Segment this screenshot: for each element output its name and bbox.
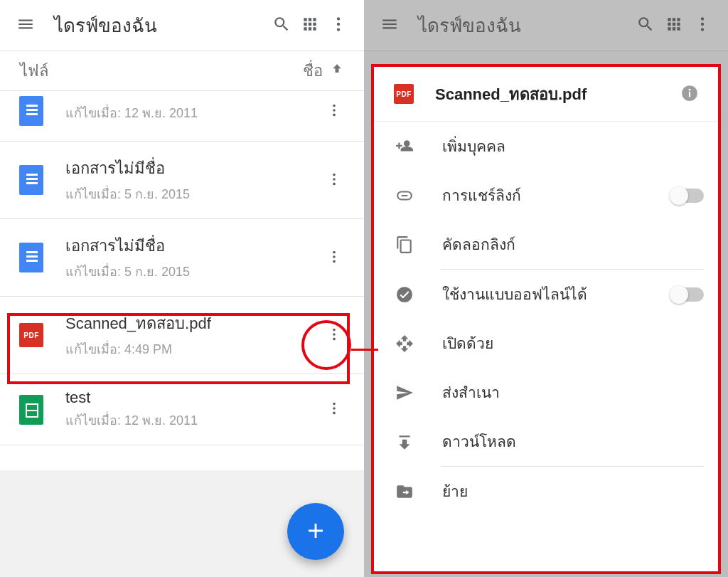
- person-add-icon: [394, 136, 415, 157]
- svg-point-20: [701, 28, 704, 31]
- info-button[interactable]: [675, 80, 704, 108]
- menu-label: ส่งสำเนา: [442, 381, 704, 404]
- pdf-icon: PDF: [394, 84, 414, 104]
- sheet-list: เพิ่มบุคคล การแชร์ลิงก์ คัดลอกลิงก์ ใช้ง…: [371, 122, 721, 516]
- svg-point-1: [337, 23, 340, 26]
- file-modified: แก้ไขเมื่อ: 4:49 PM: [65, 339, 318, 359]
- item-overflow-button[interactable]: [318, 319, 350, 351]
- link-sharing-toggle[interactable]: [671, 189, 704, 203]
- menu-move[interactable]: ย้าย: [371, 467, 721, 516]
- list-item[interactable]: test แก้ไขเมื่อ: 12 พ.ย. 2011: [0, 374, 364, 445]
- more-vert-icon: [326, 171, 342, 189]
- svg-point-8: [333, 182, 336, 185]
- sheet-title: Scanned_ทดสอบ.pdf: [435, 82, 675, 107]
- pdf-icon: PDF: [18, 322, 44, 348]
- sheet-header: PDF Scanned_ทดสอบ.pdf: [371, 64, 721, 122]
- sort-button[interactable]: ชื่อ: [303, 58, 344, 83]
- link-icon: [394, 185, 415, 206]
- more-vert-icon: [329, 15, 348, 36]
- menu-link-sharing[interactable]: การแชร์ลิงก์: [371, 171, 721, 220]
- plus-icon: [304, 519, 328, 545]
- open-with-icon: [394, 333, 415, 354]
- file-modified: แก้ไขเมื่อ: 5 ก.ย. 2015: [65, 184, 318, 204]
- list-header: ไฟล์ ชื่อ: [0, 51, 364, 91]
- svg-point-9: [333, 250, 336, 253]
- menu-button[interactable]: [375, 11, 404, 40]
- menu-download[interactable]: ดาวน์โหลด: [371, 417, 721, 466]
- file-name: เอกสารไม่มีชื่อ: [65, 156, 318, 181]
- menu-label: การแชร์ลิงก์: [442, 184, 671, 207]
- item-overflow-button[interactable]: [318, 95, 350, 127]
- more-vert-icon: [326, 401, 342, 418]
- doc-icon: [18, 98, 44, 124]
- list-item[interactable]: PDF Scanned_ทดสอบ.pdf แก้ไขเมื่อ: 4:49 P…: [0, 297, 364, 374]
- menu-open-with[interactable]: เปิดด้วย: [371, 319, 721, 368]
- grid-icon: [665, 15, 683, 36]
- svg-point-14: [333, 337, 336, 340]
- menu-copy-link[interactable]: คัดลอกลิงก์: [371, 220, 721, 269]
- page-title: ไดรฟ์ของฉัน: [54, 11, 267, 40]
- offline-pin-icon: [394, 284, 415, 305]
- menu-label: คัดลอกลิงก์: [442, 233, 704, 256]
- search-icon: [272, 15, 291, 36]
- svg-point-23: [689, 88, 691, 90]
- menu-label: เปิดด้วย: [442, 332, 704, 355]
- fab-add-button[interactable]: [287, 503, 344, 560]
- file-list: แก้ไขเมื่อ: 12 พ.ย. 2011 เอกสารไม่มีชื่อ…: [0, 91, 364, 445]
- more-vert-icon: [326, 102, 342, 120]
- svg-point-10: [333, 255, 336, 258]
- appbar-left: ไดรฟ์ของฉัน: [0, 0, 364, 51]
- item-overflow-button[interactable]: [318, 394, 350, 425]
- arrow-up-icon: [330, 62, 344, 80]
- file-modified: แก้ไขเมื่อ: 5 ก.ย. 2015: [65, 261, 318, 282]
- right-pane: ไดรฟ์ของฉัน PDF Scanned_ทดสอบ.pdf เพิ่มบ…: [364, 0, 728, 577]
- list-item[interactable]: เอกสารไม่มีชื่อ แก้ไขเมื่อ: 5 ก.ย. 2015: [0, 142, 364, 219]
- svg-point-11: [333, 260, 336, 263]
- view-toggle-button[interactable]: [660, 11, 688, 40]
- file-name: Scanned_ทดสอบ.pdf: [65, 311, 318, 336]
- more-options-button[interactable]: [688, 11, 717, 40]
- menu-label: เพิ่มบุคคล: [442, 134, 704, 158]
- sort-label: ชื่อ: [303, 58, 323, 83]
- svg-point-2: [337, 28, 340, 31]
- doc-icon: [18, 245, 44, 270]
- left-pane: ไดรฟ์ของฉัน ไฟล์ ชื่อ: [0, 0, 364, 577]
- item-overflow-button[interactable]: [318, 164, 350, 196]
- svg-point-16: [333, 407, 336, 410]
- item-overflow-button[interactable]: [318, 242, 350, 273]
- file-name: เอกสารไม่มีชื่อ: [65, 233, 318, 258]
- list-item[interactable]: เอกสารไม่มีชื่อ แก้ไขเมื่อ: 5 ก.ย. 2015: [0, 219, 364, 297]
- menu-button[interactable]: [11, 11, 40, 40]
- page-title: ไดรฟ์ของฉัน: [418, 11, 631, 40]
- menu-add-people[interactable]: เพิ่มบุคคล: [371, 122, 721, 171]
- svg-point-24: [397, 287, 412, 302]
- more-options-button[interactable]: [324, 11, 353, 40]
- copy-icon: [394, 234, 415, 255]
- svg-rect-22: [689, 91, 690, 97]
- menu-send-copy[interactable]: ส่งสำเนา: [371, 368, 721, 417]
- doc-icon: [18, 167, 44, 193]
- menu-offline[interactable]: ใช้งานแบบออฟไลน์ได้: [371, 270, 721, 319]
- bottom-sheet: PDF Scanned_ทดสอบ.pdf เพิ่มบุคคล การแชร์…: [371, 64, 721, 574]
- svg-point-15: [333, 403, 336, 406]
- file-name: test: [65, 388, 318, 407]
- view-toggle-button[interactable]: [296, 11, 324, 40]
- search-button[interactable]: [267, 11, 296, 40]
- svg-point-6: [333, 173, 336, 176]
- download-icon: [394, 431, 415, 452]
- svg-point-7: [333, 178, 336, 181]
- hamburger-icon: [380, 15, 399, 36]
- svg-point-13: [333, 333, 336, 336]
- svg-point-4: [333, 109, 336, 112]
- tab-files[interactable]: ไฟล์: [20, 58, 48, 83]
- offline-toggle[interactable]: [671, 287, 704, 302]
- appbar-right: ไดรฟ์ของฉัน: [364, 0, 728, 51]
- list-item[interactable]: แก้ไขเมื่อ: 12 พ.ย. 2011: [0, 91, 364, 142]
- svg-point-19: [701, 23, 704, 26]
- menu-label: ใช้งานแบบออฟไลน์ได้: [442, 282, 671, 306]
- more-vert-icon: [693, 15, 712, 36]
- svg-point-17: [333, 412, 336, 415]
- svg-point-5: [333, 113, 336, 116]
- search-button[interactable]: [631, 11, 660, 40]
- svg-point-3: [333, 104, 336, 107]
